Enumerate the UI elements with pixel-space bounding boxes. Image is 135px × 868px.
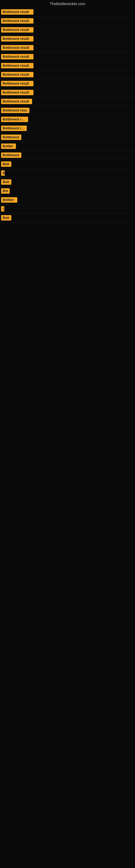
bottleneck-badge[interactable]: Bottleneck result xyxy=(1,36,34,41)
result-row: Bottleneck result xyxy=(0,43,135,52)
bottleneck-badge[interactable]: Bott xyxy=(1,215,11,220)
bottleneck-badge[interactable]: Bott xyxy=(1,179,11,185)
bottleneck-badge[interactable]: Bottleneck xyxy=(1,134,21,140)
result-row: Bottleneck xyxy=(0,133,135,142)
bottleneck-badge[interactable]: Bottleneck resu xyxy=(1,117,28,122)
result-row: Bottlen xyxy=(0,195,135,205)
result-row: Bott xyxy=(0,178,135,187)
site-header: TheBottlenecker.com xyxy=(0,0,135,8)
bottleneck-badge[interactable]: Bottleneck result xyxy=(1,72,34,77)
result-row: Bottleneck result xyxy=(0,34,135,43)
bottleneck-badge[interactable]: Bottlen xyxy=(1,197,17,203)
bottleneck-badge[interactable]: Bot xyxy=(1,188,10,194)
bottleneck-badge[interactable]: Bottleneck resu xyxy=(1,108,30,113)
bottleneck-badge[interactable]: Bottler xyxy=(1,144,16,149)
bottleneck-badge[interactable]: Bottleneck result xyxy=(1,99,32,104)
bottleneck-badge[interactable]: Bottleneck result xyxy=(1,54,34,59)
bottleneck-badge[interactable]: Bottleneck result xyxy=(1,63,34,68)
result-row: Bottleneck result xyxy=(0,97,135,106)
result-row: B xyxy=(0,169,135,178)
bottleneck-badge[interactable]: Bottleneck xyxy=(1,152,21,158)
result-row: Bottleneck resu xyxy=(0,106,135,115)
result-row: Bot xyxy=(0,187,135,195)
result-row: | xyxy=(0,205,135,214)
result-row: Bottleneck result xyxy=(0,17,135,26)
result-row: Bottleneck result xyxy=(0,70,135,79)
result-row: Bott xyxy=(0,214,135,222)
bottleneck-badge[interactable]: Bottleneck result xyxy=(1,81,34,86)
result-row: Bottleneck resu xyxy=(0,115,135,124)
site-title: TheBottlenecker.com xyxy=(0,0,135,8)
bottleneck-badge[interactable]: Bottleneck result xyxy=(1,90,34,95)
bottleneck-badge[interactable]: Bottleneck result xyxy=(1,27,34,33)
result-row: Bottleneck result xyxy=(0,61,135,70)
bottleneck-badge[interactable]: Bott xyxy=(1,161,11,167)
results-container: Bottleneck resultBottleneck resultBottle… xyxy=(0,8,135,222)
result-row: Bottleneck result xyxy=(0,79,135,88)
bottleneck-badge[interactable]: Bottleneck result xyxy=(1,45,34,51)
bottleneck-badge[interactable]: Bottleneck result xyxy=(1,18,34,24)
bottleneck-badge[interactable]: Bottleneck result xyxy=(1,9,34,14)
result-row: Bottleneck result xyxy=(0,26,135,34)
result-row: Bottleneck xyxy=(0,151,135,160)
result-row: Bottleneck resu xyxy=(0,124,135,133)
bottleneck-badge[interactable]: B xyxy=(1,170,5,176)
result-row: Bottler xyxy=(0,142,135,151)
bottleneck-badge[interactable]: | xyxy=(1,206,4,212)
result-row: Bottleneck result xyxy=(0,8,135,17)
result-row: Bott xyxy=(0,160,135,169)
result-row: Bottleneck result xyxy=(0,52,135,61)
result-row: Bottleneck result xyxy=(0,88,135,97)
bottleneck-badge[interactable]: Bottleneck resu xyxy=(1,126,27,131)
